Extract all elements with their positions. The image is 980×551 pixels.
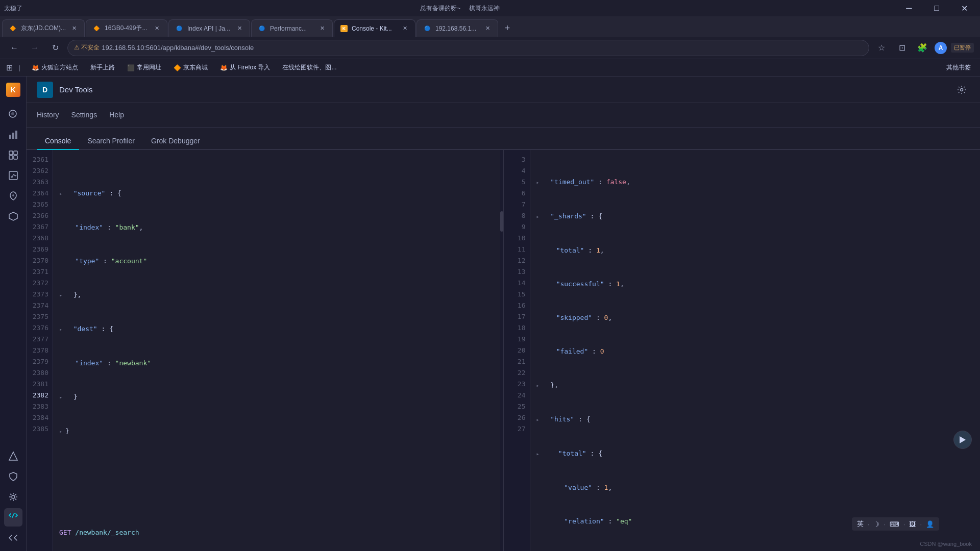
settings-icon-button[interactable] — [953, 82, 970, 98]
right-code-line-7: "skipped" : 0, — [536, 312, 974, 323]
bookmark-firefox-import-icon: 🦊 — [220, 64, 228, 71]
new-tab-button[interactable]: + — [499, 19, 516, 37]
app-container: K — [0, 77, 980, 551]
right-code-editor[interactable]: 3 4 5 6 7 8 9 10 11 12 13 14 15 16 — [504, 150, 981, 551]
tab-favicon-indexapi: 🔵 — [175, 24, 183, 33]
sidebar-icon-observability[interactable] — [4, 447, 22, 465]
code-line-2368: ▸ } — [59, 425, 494, 437]
right-line-num-12: 12 — [506, 255, 526, 266]
tab-close-indexapi[interactable]: ✕ — [235, 24, 243, 33]
bookmark-firefox-import[interactable]: 🦊 从 Firefox 导入 — [217, 62, 273, 73]
right-line-num-3: 3 — [506, 154, 526, 165]
right-code-line-3: ▸ "timed_out" : false, — [536, 177, 974, 188]
right-line-num-10: 10 — [506, 233, 526, 244]
nav-settings[interactable]: Settings — [71, 109, 97, 122]
code-line-2370 — [59, 493, 494, 505]
tab-title-jd1: 京东(JD.COM)... — [21, 24, 66, 33]
discover-icon — [8, 109, 18, 119]
tab-console[interactable]: K Console - Kit... ✕ — [334, 19, 415, 37]
tab-console-editor[interactable]: Console — [37, 133, 79, 150]
tab-ip[interactable]: 🔵 192.168.56.1... ✕ — [416, 19, 498, 37]
sidebar-icon-collapse[interactable] — [4, 529, 22, 547]
bookmark-changyong[interactable]: ⬛ 常用网址 — [124, 62, 164, 73]
bookmark-other-label: 其他书签 — [946, 63, 971, 72]
right-code-content[interactable]: ▸ "timed_out" : false, ▸ "_shards" : { "… — [530, 150, 981, 551]
sidebar-icon-canvas[interactable] — [4, 166, 22, 185]
tab-search-profiler[interactable]: Search Profiler — [79, 133, 143, 150]
bookmark-button[interactable]: ☆ — [873, 40, 890, 56]
tab-close-console[interactable]: ✕ — [401, 24, 409, 33]
sidebar-icon-devtools[interactable] — [4, 508, 22, 527]
code-line-2361: ▸ "source" : { — [59, 188, 494, 199]
left-code-editor[interactable]: 2361 2362 2363 2364 2365 2366 2367 2368 … — [27, 150, 503, 551]
maps-icon — [8, 191, 18, 201]
ime-image: 🖼 — [909, 520, 916, 528]
right-line-num-23: 23 — [506, 379, 526, 390]
svg-rect-3 — [12, 133, 14, 139]
line-num-2382: 2382 — [29, 390, 48, 401]
tab-close-perf[interactable]: ✕ — [318, 24, 326, 33]
line-num-2369: 2369 — [29, 244, 48, 255]
line-num-2381: 2381 — [29, 379, 48, 390]
app-header-right — [953, 82, 970, 98]
bookmark-jd[interactable]: 🔶 京东商城 — [170, 62, 211, 73]
address-input[interactable]: ⚠ 不安全 192.168.56.10:5601/app/kibana#/dev… — [67, 40, 869, 56]
forward-button[interactable]: → — [27, 40, 43, 56]
maximize-button[interactable]: □ — [925, 0, 948, 16]
screenshots-button[interactable]: ⊡ — [894, 40, 910, 56]
left-code-content[interactable]: ▸ "source" : { "index" : "bank", "type" … — [53, 150, 500, 551]
right-editor-panel: 3 4 5 6 7 8 9 10 11 12 13 14 15 16 — [504, 150, 981, 551]
nav-help[interactable]: Help — [109, 109, 124, 122]
right-play-icon — [960, 436, 966, 443]
sidebar-icon-visualize[interactable] — [4, 126, 22, 144]
line-num-2365: 2365 — [29, 199, 48, 210]
tab-indexapi[interactable]: 🔵 Index API | Ja... ✕ — [168, 19, 250, 37]
kibana-sidebar: K — [0, 77, 27, 551]
close-button[interactable]: ✕ — [952, 0, 976, 16]
sidebar-icon-discover[interactable] — [4, 105, 22, 123]
bookmark-other[interactable]: 其他书签 — [943, 62, 974, 73]
reload-button[interactable]: ↻ — [47, 40, 63, 56]
line-num-2362: 2362 — [29, 165, 48, 177]
sidebar-icon-ml[interactable] — [4, 207, 22, 226]
tab-close-jd1[interactable]: ✕ — [70, 24, 78, 33]
profile-button[interactable]: A — [935, 42, 947, 54]
bookmarks-grid-icon[interactable]: ⊞ — [6, 63, 13, 72]
svg-rect-2 — [9, 135, 11, 139]
right-code-line-10: ▸ "hits" : { — [536, 414, 974, 425]
bookmarks-separator: | — [19, 64, 20, 71]
left-line-numbers: 2361 2362 2363 2364 2365 2366 2367 2368 … — [27, 150, 53, 551]
tab-jd1[interactable]: 🔶 京东(JD.COM)... ✕ — [2, 19, 85, 37]
svg-point-15 — [961, 88, 963, 91]
tab-close-jd2[interactable]: ✕ — [153, 24, 161, 33]
window-controls: ─ □ ✕ — [897, 0, 976, 16]
tab-jd2[interactable]: 🔶 16GB0-499予... ✕ — [86, 19, 167, 37]
right-code-line-9: ▸ }, — [536, 380, 974, 391]
browser-tab-bar: 🔶 京东(JD.COM)... ✕ 🔶 16GB0-499予... ✕ 🔵 In… — [0, 16, 980, 37]
right-line-num-13: 13 — [506, 266, 526, 278]
left-scrollbar[interactable] — [500, 150, 503, 551]
bookmark-huo[interactable]: 🦊 火狐官方站点 — [29, 62, 81, 73]
nav-history[interactable]: History — [37, 109, 59, 122]
sidebar-icon-security[interactable] — [4, 467, 22, 486]
right-line-num-6: 6 — [506, 188, 526, 199]
sidebar-icon-dashboard[interactable] — [4, 146, 22, 164]
tab-close-ip[interactable]: ✕ — [483, 24, 492, 33]
right-run-button[interactable] — [953, 431, 972, 449]
bookmark-xinshou[interactable]: 新手上路 — [87, 62, 118, 73]
sidebar-icon-management[interactable] — [4, 488, 22, 506]
sidebar-icon-maps[interactable] — [4, 187, 22, 205]
ime-english: 英 — [857, 519, 864, 529]
bookmark-drawing[interactable]: 在线绘图软件、图... — [279, 62, 339, 73]
tab-grok-debugger[interactable]: Grok Debugger — [143, 133, 208, 150]
bookmark-xinshou-label: 新手上路 — [90, 63, 115, 72]
extensions-button[interactable]: 🧩 — [914, 40, 930, 56]
back-button[interactable]: ← — [6, 40, 22, 56]
right-line-num-25: 25 — [506, 401, 526, 412]
tab-perf[interactable]: 🔵 Performanc... ✕ — [251, 19, 333, 37]
pause-button[interactable]: 已暂停 — [951, 43, 974, 53]
app-navigation: History Settings Help — [27, 103, 980, 128]
line-num-2361: 2361 — [29, 154, 48, 165]
minimize-button[interactable]: ─ — [897, 0, 921, 16]
bookmark-drawing-label: 在线绘图软件、图... — [282, 63, 336, 72]
